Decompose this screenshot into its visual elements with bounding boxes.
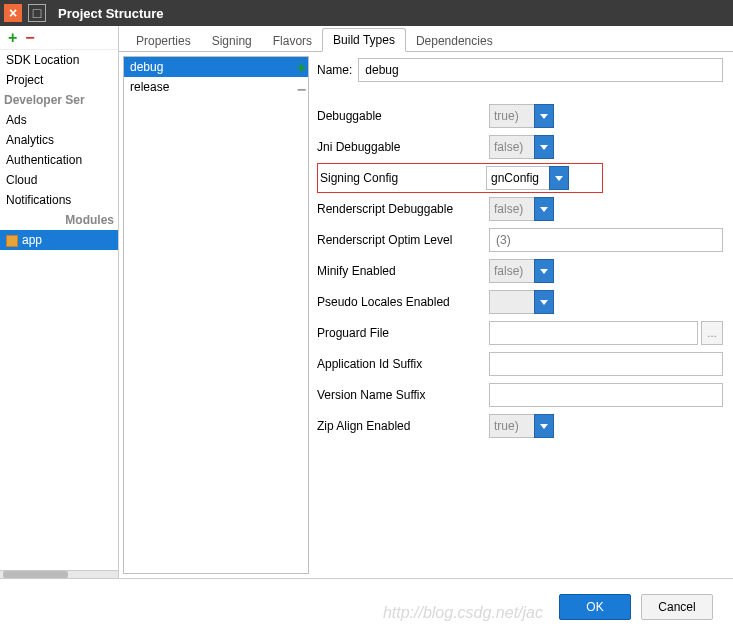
- sidebar-scrollbar[interactable]: [0, 570, 118, 578]
- proguard-label: Proguard File: [317, 326, 489, 340]
- list-item-release[interactable]: release: [124, 77, 308, 97]
- jni-debuggable-label: Jni Debuggable: [317, 140, 489, 154]
- chevron-down-icon[interactable]: [549, 166, 569, 190]
- chevron-down-icon[interactable]: [534, 104, 554, 128]
- tab-properties[interactable]: Properties: [125, 29, 202, 52]
- name-label: Name:: [317, 63, 352, 77]
- rs-debuggable-combo[interactable]: false): [489, 197, 554, 221]
- module-icon: [6, 235, 18, 247]
- sidebar-item-notifications[interactable]: Notifications: [0, 190, 118, 210]
- debuggable-value: true): [489, 104, 535, 128]
- minify-value: false): [489, 259, 535, 283]
- rs-optim-field[interactable]: [489, 228, 723, 252]
- maximize-icon[interactable]: □: [28, 4, 46, 22]
- pseudo-locales-combo[interactable]: [489, 290, 554, 314]
- name-field[interactable]: [358, 58, 723, 82]
- tabs: Properties Signing Flavors Build Types D…: [119, 26, 733, 52]
- footer: http://blog.csdg.net/jac OK Cancel: [0, 579, 733, 634]
- sidebar-toolbar: + −: [0, 26, 118, 50]
- debuggable-combo[interactable]: true): [489, 104, 554, 128]
- sidebar-group-developer-services: Developer Ser: [0, 90, 118, 110]
- version-suffix-field[interactable]: [489, 383, 723, 407]
- sidebar-item-project[interactable]: Project: [0, 70, 118, 90]
- chevron-down-icon[interactable]: [534, 290, 554, 314]
- chevron-down-icon[interactable]: [534, 259, 554, 283]
- watermark: http://blog.csdg.net/jac: [383, 604, 543, 622]
- tab-build-types[interactable]: Build Types: [322, 28, 406, 52]
- minify-label: Minify Enabled: [317, 264, 489, 278]
- rs-debuggable-value: false): [489, 197, 535, 221]
- sidebar-item-ads[interactable]: Ads: [0, 110, 118, 130]
- signing-config-combo[interactable]: gnConfig: [486, 166, 569, 190]
- debuggable-label: Debuggable: [317, 109, 489, 123]
- sidebar-group-modules: Modules: [0, 210, 118, 230]
- tab-dependencies[interactable]: Dependencies: [405, 29, 504, 52]
- rs-debuggable-label: Renderscript Debuggable: [317, 202, 489, 216]
- remove-icon[interactable]: −: [25, 29, 34, 47]
- cancel-button[interactable]: Cancel: [641, 594, 713, 620]
- chevron-down-icon[interactable]: [534, 414, 554, 438]
- sidebar-item-sdk-location[interactable]: SDK Location: [0, 50, 118, 70]
- zip-align-combo[interactable]: true): [489, 414, 554, 438]
- ok-button[interactable]: OK: [559, 594, 631, 620]
- window-title: Project Structure: [58, 6, 163, 21]
- tab-flavors[interactable]: Flavors: [262, 29, 323, 52]
- sidebar-item-authentication[interactable]: Authentication: [0, 150, 118, 170]
- add-icon[interactable]: +: [8, 29, 17, 47]
- sidebar-item-label: app: [22, 233, 42, 247]
- chevron-down-icon[interactable]: [534, 197, 554, 221]
- jni-debuggable-combo[interactable]: false): [489, 135, 554, 159]
- jni-debuggable-value: false): [489, 135, 535, 159]
- sidebar-item-analytics[interactable]: Analytics: [0, 130, 118, 150]
- sidebar: + − SDK Location Project Developer Ser A…: [0, 26, 119, 578]
- proguard-field[interactable]: [489, 321, 698, 345]
- rs-optim-label: Renderscript Optim Level: [317, 233, 489, 247]
- chevron-down-icon[interactable]: [534, 135, 554, 159]
- sidebar-item-app[interactable]: app: [0, 230, 118, 250]
- pseudo-locales-value: [489, 290, 535, 314]
- list-remove-icon[interactable]: −: [297, 81, 306, 99]
- signing-config-value: gnConfig: [486, 166, 550, 190]
- build-type-form: Name: Debuggable true) Jni Debuggable fa…: [315, 56, 729, 574]
- minify-combo[interactable]: false): [489, 259, 554, 283]
- build-types-list: debug release + −: [123, 56, 309, 574]
- list-item-debug[interactable]: debug: [124, 57, 308, 77]
- list-add-icon[interactable]: +: [297, 59, 306, 77]
- app-id-suffix-field[interactable]: [489, 352, 723, 376]
- zip-align-label: Zip Align Enabled: [317, 419, 489, 433]
- signing-config-label: Signing Config: [320, 171, 486, 185]
- close-icon[interactable]: ×: [4, 4, 22, 22]
- browse-button[interactable]: …: [701, 321, 723, 345]
- pseudo-locales-label: Pseudo Locales Enabled: [317, 295, 489, 309]
- tab-signing[interactable]: Signing: [201, 29, 263, 52]
- sidebar-item-cloud[interactable]: Cloud: [0, 170, 118, 190]
- zip-align-value: true): [489, 414, 535, 438]
- signing-config-highlight: Signing Config gnConfig: [317, 163, 603, 193]
- version-suffix-label: Version Name Suffix: [317, 388, 489, 402]
- titlebar: × □ Project Structure: [0, 0, 733, 26]
- app-id-suffix-label: Application Id Suffix: [317, 357, 489, 371]
